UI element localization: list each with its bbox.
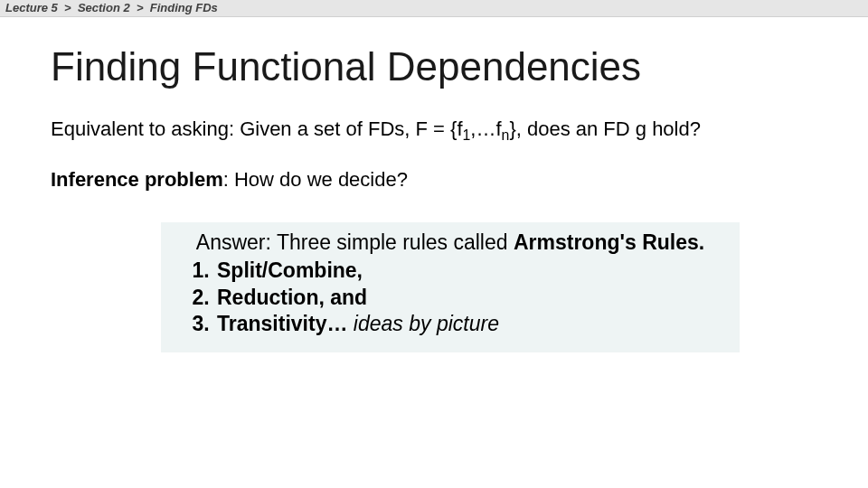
- armstrong-rules-list: Split/Combine, Reduction, and Transitivi…: [179, 258, 722, 337]
- page-title: Finding Functional Dependencies: [51, 44, 817, 89]
- breadcrumb-section: Section 2: [78, 1, 130, 14]
- answer-box: Answer: Three simple rules called Armstr…: [161, 222, 740, 352]
- rule-split-combine: Split/Combine,: [215, 258, 722, 284]
- inference-problem-text: Inference problem: How do we decide?: [51, 167, 817, 192]
- breadcrumb-sep: >: [137, 1, 144, 14]
- breadcrumb-sep: >: [64, 1, 71, 14]
- breadcrumb-lecture: Lecture 5: [5, 1, 58, 14]
- equivalence-text: Equivalent to asking: Given a set of FDs…: [51, 117, 817, 142]
- inference-label: Inference problem: [51, 168, 223, 191]
- breadcrumb: Lecture 5 > Section 2 > Finding FDs: [0, 0, 868, 17]
- slide-content: Finding Functional Dependencies Equivale…: [0, 17, 868, 352]
- rule-reduction: Reduction, and: [215, 285, 722, 311]
- answer-lead: Answer: Three simple rules called Armstr…: [179, 230, 722, 256]
- rule-transitivity: Transitivity… ideas by picture: [215, 311, 722, 337]
- breadcrumb-topic: Finding FDs: [150, 1, 218, 14]
- armstrong-rules-label: Armstrong's Rules.: [514, 230, 704, 254]
- ideas-by-picture: ideas by picture: [354, 312, 499, 335]
